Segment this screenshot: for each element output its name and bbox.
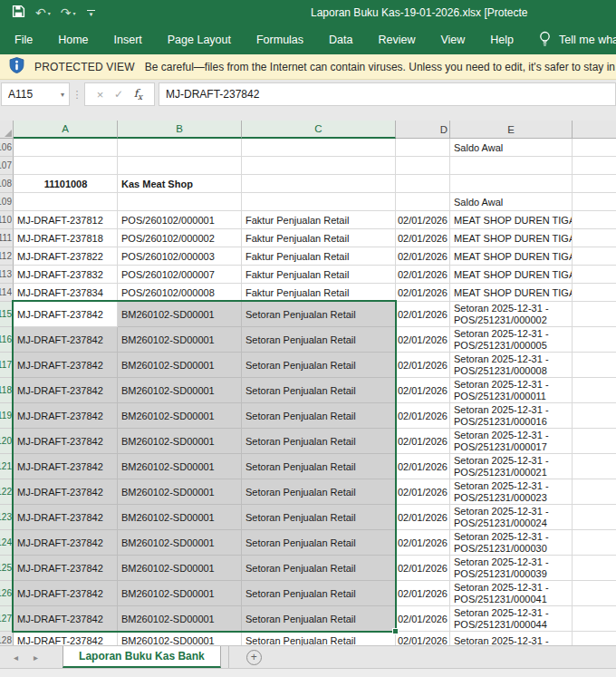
cell-F111[interactable] — [573, 229, 616, 247]
row-header-106[interactable]: 106 — [0, 139, 14, 157]
cell-A121[interactable]: MJ-DRAFT-237842 — [14, 454, 118, 479]
cell-D107[interactable] — [396, 157, 450, 175]
cell-A115[interactable]: MJ-DRAFT-237842 — [14, 302, 118, 327]
row-header-117[interactable]: 117 — [0, 353, 14, 378]
name-box-dropdown-icon[interactable]: ▾ — [61, 91, 64, 99]
ribbon-tab-data[interactable]: Data — [316, 25, 365, 54]
cell-D117[interactable]: 02/01/2026 — [396, 353, 450, 378]
cell-F118[interactable] — [573, 378, 616, 403]
row-header-119[interactable]: 119 — [0, 403, 14, 429]
ribbon-tab-insert[interactable]: Insert — [101, 25, 155, 54]
cell-C119[interactable]: Setoran Penjualan Retail — [242, 403, 396, 429]
row-header-122[interactable]: 122 — [0, 479, 14, 505]
cell-B106[interactable] — [118, 139, 242, 157]
row-header-127[interactable]: 127 — [0, 606, 14, 632]
enter-icon[interactable]: ✓ — [114, 88, 123, 101]
row-header-121[interactable]: 121 — [0, 454, 14, 479]
cell-D111[interactable]: 02/01/2026 — [396, 229, 450, 247]
cell-F128[interactable] — [573, 632, 616, 645]
cell-C126[interactable]: Setoran Penjualan Retail — [242, 581, 396, 606]
col-header-partial[interactable] — [573, 121, 616, 139]
cell-C122[interactable]: Setoran Penjualan Retail — [242, 479, 396, 505]
cell-F127[interactable] — [573, 606, 616, 632]
cell-E111[interactable]: MEAT SHOP DUREN TIGA — [450, 229, 573, 247]
cell-E112[interactable]: MEAT SHOP DUREN TIGA — [450, 247, 573, 266]
cell-F121[interactable] — [573, 454, 616, 479]
cell-F106[interactable] — [573, 139, 616, 157]
cell-E123[interactable]: Setoran 2025-12-31 -POS/251231/000024 — [450, 505, 573, 530]
cell-F126[interactable] — [573, 581, 616, 606]
cell-A108[interactable]: 11101008 — [14, 175, 118, 193]
cell-F123[interactable] — [573, 505, 616, 530]
cell-A113[interactable]: MJ-DRAFT-237832 — [14, 266, 118, 284]
row-header-116[interactable]: 116 — [0, 327, 14, 353]
name-box[interactable]: A115 ▾ — [1, 82, 70, 106]
ribbon-tab-file[interactable]: File — [2, 25, 45, 54]
cell-E114[interactable]: MEAT SHOP DUREN TIGA — [450, 284, 573, 302]
cell-A112[interactable]: MJ-DRAFT-237822 — [14, 247, 118, 266]
col-header-E[interactable]: E — [450, 121, 573, 139]
undo-button[interactable]: ↶ ▾ — [35, 6, 51, 19]
cell-C106[interactable] — [242, 139, 396, 157]
col-header-B[interactable]: B — [118, 121, 242, 139]
cell-E113[interactable]: MEAT SHOP DUREN TIGA — [450, 266, 573, 284]
cell-C111[interactable]: Faktur Penjualan Retail — [242, 229, 396, 247]
cell-C128[interactable]: Setoran Penjualan Retail — [242, 632, 396, 645]
cell-E120[interactable]: Setoran 2025-12-31 -POS/251231/000017 — [450, 429, 573, 454]
cell-C115[interactable]: Setoran Penjualan Retail — [242, 302, 396, 327]
cell-F113[interactable] — [573, 266, 616, 284]
row-header-115[interactable]: 115 — [0, 302, 14, 327]
ribbon-tab-help[interactable]: Help — [477, 25, 526, 54]
insert-function-icon[interactable]: fx — [134, 87, 143, 102]
cell-D112[interactable]: 02/01/2026 — [396, 247, 450, 266]
cell-B118[interactable]: BM260102-SD00001 — [118, 378, 242, 403]
row-header-125[interactable]: 125 — [0, 556, 14, 581]
row-header-113[interactable]: 113 — [0, 266, 14, 284]
cell-E125[interactable]: Setoran 2025-12-31 -POS/251231/000039 — [450, 556, 573, 581]
cell-F125[interactable] — [573, 556, 616, 581]
cell-B108[interactable]: Kas Meat Shop — [118, 175, 242, 193]
row-header-126[interactable]: 126 — [0, 581, 14, 606]
cell-D118[interactable]: 02/01/2026 — [396, 378, 450, 403]
cell-B121[interactable]: BM260102-SD00001 — [118, 454, 242, 479]
cell-C108[interactable] — [242, 175, 396, 193]
cell-C121[interactable]: Setoran Penjualan Retail — [242, 454, 396, 479]
ribbon-tab-page-layout[interactable]: Page Layout — [155, 25, 244, 54]
cell-A127[interactable]: MJ-DRAFT-237842 — [14, 606, 118, 632]
cell-A117[interactable]: MJ-DRAFT-237842 — [14, 353, 118, 378]
cell-E116[interactable]: Setoran 2025-12-31 -POS/251231/000005 — [450, 327, 573, 353]
col-header-A[interactable]: A — [14, 121, 118, 139]
cell-F114[interactable] — [573, 284, 616, 302]
cancel-icon[interactable]: × — [97, 88, 104, 102]
cell-B115[interactable]: BM260102-SD00001 — [118, 302, 242, 327]
cell-C124[interactable]: Setoran Penjualan Retail — [242, 530, 396, 556]
row-header-111[interactable]: 111 — [0, 229, 14, 247]
cell-A125[interactable]: MJ-DRAFT-237842 — [14, 556, 118, 581]
cell-F115[interactable] — [573, 302, 616, 327]
cell-C113[interactable]: Faktur Penjualan Retail — [242, 266, 396, 284]
cell-D108[interactable] — [396, 175, 450, 193]
cell-F117[interactable] — [573, 353, 616, 378]
cell-D122[interactable]: 02/01/2026 — [396, 479, 450, 505]
cell-D113[interactable]: 02/01/2026 — [396, 266, 450, 284]
cell-B113[interactable]: POS/260102/000007 — [118, 266, 242, 284]
select-all-corner[interactable] — [0, 121, 14, 139]
row-header-128[interactable]: 128 — [0, 632, 14, 645]
cell-B123[interactable]: BM260102-SD00001 — [118, 505, 242, 530]
cell-C107[interactable] — [242, 157, 396, 175]
row-header-112[interactable]: 112 — [0, 247, 14, 266]
cell-D115[interactable]: 02/01/2026 — [396, 302, 450, 327]
cell-F109[interactable] — [573, 193, 616, 211]
cell-A110[interactable]: MJ-DRAFT-237812 — [14, 211, 118, 229]
sheet-tab-active[interactable]: Laporan Buku Kas Bank — [63, 646, 221, 668]
cell-B107[interactable] — [118, 157, 242, 175]
cell-D116[interactable]: 02/01/2026 — [396, 327, 450, 353]
cell-B114[interactable]: POS/260102/000008 — [118, 284, 242, 302]
row-header-108[interactable]: 108 — [0, 175, 14, 193]
redo-button[interactable]: ↷ ▾ — [61, 6, 76, 19]
cell-B120[interactable]: BM260102-SD00001 — [118, 429, 242, 454]
cell-A109[interactable] — [14, 193, 118, 211]
row-header-120[interactable]: 120 — [0, 429, 14, 454]
cell-A118[interactable]: MJ-DRAFT-237842 — [14, 378, 118, 403]
cell-D119[interactable]: 02/01/2026 — [396, 403, 450, 429]
